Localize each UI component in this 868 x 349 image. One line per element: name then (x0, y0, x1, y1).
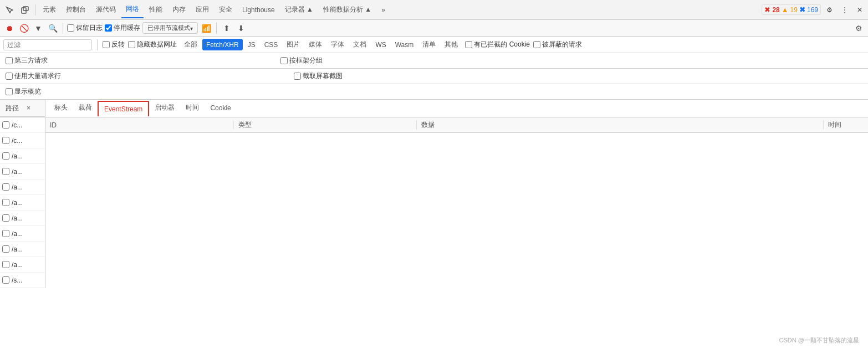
tab-cookies[interactable]: Cookie (205, 101, 236, 116)
hide-data-urls-checkbox[interactable] (128, 41, 135, 48)
tab-initiator[interactable]: 启动器 (149, 100, 180, 117)
reverse-filter-label[interactable]: 反转 (103, 40, 125, 49)
path-row-checkbox[interactable] (2, 137, 9, 144)
tab-payload[interactable]: 载荷 (73, 100, 98, 117)
large-rows-label[interactable]: 使用大量请求行 (6, 71, 61, 81)
tab-timing[interactable]: 时间 (180, 100, 205, 117)
filter-icon[interactable]: ▼ (32, 22, 44, 34)
tab-sources[interactable]: 源代码 (91, 2, 120, 18)
error-badge-group[interactable]: ✖ 28 ▲ 19 ✖ 169 (762, 4, 821, 15)
path-row[interactable]: /c... (0, 133, 45, 148)
tab-elements[interactable]: 元素 (38, 2, 60, 18)
path-row[interactable]: /a... (0, 226, 45, 242)
upload-icon[interactable]: ⬆ (221, 22, 233, 34)
path-row-checkbox[interactable] (2, 168, 9, 175)
path-row-label: /a... (12, 168, 23, 176)
large-rows-checkbox[interactable] (6, 73, 13, 80)
tab-application[interactable]: 应用 (191, 2, 213, 18)
blocked-cookies-checkbox[interactable] (465, 41, 472, 48)
tab-console[interactable]: 控制台 (62, 2, 90, 18)
path-row-checkbox[interactable] (2, 230, 9, 237)
group-by-frame-checkbox[interactable] (280, 57, 288, 64)
overview-checkbox[interactable] (6, 88, 13, 95)
filter-type-全部[interactable]: 全部 (180, 39, 201, 50)
search-icon[interactable]: 🔍 (47, 22, 59, 34)
tab-security[interactable]: 安全 (215, 2, 237, 18)
screenshot-label[interactable]: 截取屏幕截图 (294, 71, 343, 81)
screenshot-checkbox[interactable] (294, 73, 301, 80)
tab-recorder[interactable]: 记录器 ▲ (280, 2, 318, 18)
tab-headers[interactable]: 标头 (49, 100, 73, 117)
preserve-log-label[interactable]: 保留日志 (67, 23, 103, 33)
filter-type-媒体[interactable]: 媒体 (305, 39, 326, 50)
device-toggle-icon[interactable] (18, 4, 32, 16)
filter-type-Wasm[interactable]: Wasm (391, 39, 418, 50)
group-by-frame-label[interactable]: 按框架分组 (280, 56, 323, 65)
third-party-checkbox[interactable] (6, 57, 13, 64)
download-icon[interactable]: ⬇ (235, 22, 247, 34)
filter-type-WS[interactable]: WS (371, 39, 390, 50)
path-row-checkbox[interactable] (2, 276, 9, 284)
blocked-cookies-label[interactable]: 有已拦截的 Cookie (465, 40, 530, 49)
tab-eventstream[interactable]: EventStream (98, 101, 149, 116)
filter-type-Fetch/XHR[interactable]: Fetch/XHR (202, 39, 243, 50)
filter-type-图片[interactable]: 图片 (283, 39, 304, 50)
blocked-requests-checkbox[interactable] (533, 41, 540, 48)
col-time-header: 时间 (824, 120, 868, 130)
preserve-log-checkbox[interactable] (67, 24, 74, 32)
path-row[interactable]: /a... (0, 164, 45, 179)
blocked-requests-label[interactable]: 被屏蔽的请求 (533, 40, 582, 49)
info-count: 169 (807, 6, 818, 14)
path-row-checkbox[interactable] (2, 183, 9, 191)
filter-input[interactable] (3, 39, 92, 50)
third-party-label[interactable]: 第三方请求 (6, 56, 48, 65)
close-devtools-icon[interactable]: ✕ (854, 4, 866, 16)
tab-network[interactable]: 网络 (121, 1, 144, 18)
tab-perf-insights[interactable]: 性能数据分析 ▲ (319, 2, 376, 18)
warning-count: 19 (790, 6, 798, 14)
settings-icon[interactable]: ⚙ (823, 4, 836, 16)
filter-type-清单[interactable]: 清单 (418, 39, 440, 50)
path-row[interactable]: /c... (0, 117, 45, 133)
cursor-icon[interactable] (2, 4, 17, 16)
filter-type-JS[interactable]: JS (244, 39, 259, 50)
throttle-select[interactable]: 已停用节流模式 (142, 22, 198, 34)
filter-type-字体[interactable]: 字体 (327, 39, 348, 50)
reverse-checkbox[interactable] (103, 41, 110, 48)
disable-cache-label[interactable]: 停用缓存 (105, 23, 140, 33)
error-count: 28 (772, 6, 779, 14)
tab-more[interactable]: » (377, 3, 390, 17)
wifi-icon[interactable]: 📶 (200, 22, 212, 34)
path-row[interactable]: /a... (0, 148, 45, 164)
path-row-checkbox[interactable] (2, 261, 9, 268)
filter-type-其他[interactable]: 其他 (441, 39, 462, 50)
filter-type-文档[interactable]: 文档 (349, 39, 370, 50)
path-row[interactable]: /a... (0, 257, 45, 273)
tab-memory[interactable]: 内存 (168, 2, 190, 18)
more-options-icon[interactable]: ⋮ (838, 4, 851, 16)
tab-lighthouse[interactable]: Lighthouse (238, 3, 279, 17)
tab-performance[interactable]: 性能 (145, 2, 167, 18)
disable-cache-checkbox[interactable] (105, 24, 112, 32)
hide-data-urls-label[interactable]: 隐藏数据网址 (128, 40, 177, 49)
path-row-checkbox[interactable] (2, 214, 9, 222)
path-row[interactable]: /s... (0, 273, 45, 288)
separator (97, 39, 98, 50)
detail-tabs: 标头 载荷 EventStream 启动器 时间 Cookie (45, 100, 868, 117)
clear-button[interactable]: 🚫 (18, 22, 30, 34)
path-row-label: /a... (12, 152, 23, 160)
path-row[interactable]: /a... (0, 179, 45, 195)
overview-label[interactable]: 显示概览 (6, 87, 41, 96)
path-row[interactable]: /a... (0, 211, 45, 226)
close-col-header[interactable]: × (27, 104, 30, 112)
path-col-header: 路径 (2, 104, 22, 113)
filter-type-CSS[interactable]: CSS (261, 39, 282, 50)
record-button[interactable]: ⏺ (3, 22, 16, 34)
path-row-checkbox[interactable] (2, 121, 9, 129)
path-row-checkbox[interactable] (2, 245, 9, 253)
path-row-checkbox[interactable] (2, 199, 9, 206)
path-row-checkbox[interactable] (2, 152, 9, 160)
path-row[interactable]: /a... (0, 195, 45, 211)
network-settings-icon[interactable]: ⚙ (852, 22, 865, 34)
path-row[interactable]: /a... (0, 242, 45, 257)
